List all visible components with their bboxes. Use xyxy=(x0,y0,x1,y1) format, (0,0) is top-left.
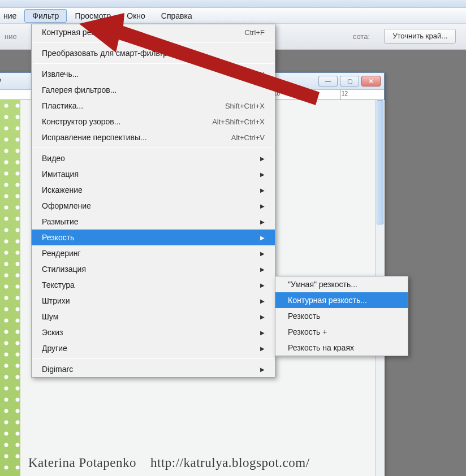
menu-item-label: Другие xyxy=(42,344,67,353)
menu-item[interactable]: Digimarc xyxy=(32,361,275,377)
menu-item[interactable]: Извлечь...Alt+Ctrl+X xyxy=(32,66,275,82)
menubar-item-filter[interactable]: Фильтр xyxy=(24,9,67,23)
menu-separator xyxy=(33,63,274,64)
document-title: 3% (Р xyxy=(0,77,1,85)
menu-item[interactable]: Штрихи xyxy=(32,293,275,309)
scrollbar-thumb[interactable] xyxy=(377,100,383,224)
refine-edge-button[interactable]: Уточнить край... xyxy=(384,29,456,44)
menu-item-label: Искажение xyxy=(42,185,83,194)
menu-item[interactable]: Шум xyxy=(32,309,275,324)
menu-item-label: Конструктор узоров... xyxy=(42,117,120,126)
menu-item[interactable]: Исправление перспективы...Alt+Ctrl+V xyxy=(32,129,275,145)
menu-item-shortcut: Shift+Ctrl+X xyxy=(208,102,265,110)
sharpen-submenu: "Умная" резкость...Контурная резкость...… xyxy=(275,276,408,356)
submenu-item[interactable]: Резкость xyxy=(275,308,408,324)
menu-item[interactable]: Искажение xyxy=(32,182,275,198)
menu-item[interactable]: Оформление xyxy=(32,198,275,214)
menu-item-label: Штрихи xyxy=(42,296,70,305)
menu-item-shortcut: Ctrl+F xyxy=(227,28,265,37)
menu-item-label: Пластика... xyxy=(42,101,83,110)
credit-author: Katerina Potapenko xyxy=(28,456,136,470)
menu-item[interactable]: Размытие xyxy=(32,214,275,230)
menu-item[interactable]: Преобразовать для смарт-фильтров xyxy=(32,45,275,61)
ruler-tick: 11 xyxy=(306,90,314,100)
submenu-item[interactable]: Контурная резкость... xyxy=(275,292,408,308)
menu-item-shortcut: Alt+Shift+Ctrl+X xyxy=(195,118,265,126)
menu-item-label: Рендеринг xyxy=(42,249,81,258)
menu-item-label: Извлечь... xyxy=(42,70,79,79)
image-content xyxy=(0,100,20,476)
menu-separator xyxy=(33,148,274,148)
menu-item[interactable]: Рендеринг xyxy=(32,245,275,261)
minimize-button[interactable]: — xyxy=(318,76,338,86)
menubar: ние Фильтр Просмотр Окно Справка xyxy=(0,8,466,24)
menu-item-label: Шум xyxy=(42,312,58,321)
menu-item[interactable]: Резкость xyxy=(32,230,275,245)
menu-separator xyxy=(33,358,274,359)
menu-item-shortcut: Alt+Ctrl+V xyxy=(214,133,265,142)
menu-item-label: Резкость xyxy=(42,233,74,242)
menu-item-label: Контурная резкость xyxy=(42,28,114,37)
menu-item-label: Эскиз xyxy=(42,328,63,337)
optionbar-height-label: сота: xyxy=(353,32,370,41)
submenu-item[interactable]: Резкость + xyxy=(275,324,408,340)
menu-item-label: Размытие xyxy=(42,217,79,226)
menu-item-label: Digimarc xyxy=(42,365,73,374)
menu-separator xyxy=(33,42,274,43)
menu-item[interactable]: Эскиз xyxy=(32,324,275,340)
menubar-item-view[interactable]: Просмотр xyxy=(67,9,119,23)
menu-item[interactable]: Видео xyxy=(32,150,275,166)
menu-item-label: Галерея фильтров... xyxy=(42,85,116,94)
menu-item[interactable]: Текстура xyxy=(32,277,275,293)
credit-line: Katerina Potapenko http://katrulya.blogs… xyxy=(28,456,310,470)
menu-item-label: Стилизация xyxy=(42,265,86,274)
titlebar-fragment xyxy=(0,0,466,8)
credit-url: http://katrulya.blogspot.com/ xyxy=(150,456,310,470)
menu-item[interactable]: Пластика...Shift+Ctrl+X xyxy=(32,98,275,114)
menu-item[interactable]: Галерея фильтров... xyxy=(32,82,275,98)
menu-item[interactable]: Конструктор узоров...Alt+Shift+Ctrl+X xyxy=(32,114,275,129)
maximize-button[interactable]: ▢ xyxy=(340,76,359,86)
menu-item[interactable]: Другие xyxy=(32,340,275,356)
menu-item-label: Видео xyxy=(42,154,65,163)
menu-item-label: Текстура xyxy=(42,280,75,289)
menu-item-label: Преобразовать для смарт-фильтров xyxy=(42,49,176,58)
submenu-item[interactable]: "Умная" резкость... xyxy=(275,276,408,292)
menu-item-label: Оформление xyxy=(42,201,91,210)
menu-item-label: Имитация xyxy=(42,170,79,179)
menubar-item-window[interactable]: Окно xyxy=(119,9,153,23)
menu-item-shortcut: Alt+Ctrl+X xyxy=(214,70,265,79)
menu-item-label: Исправление перспективы... xyxy=(42,133,147,142)
menu-item[interactable]: Стилизация xyxy=(32,261,275,277)
menubar-item-edit-frag[interactable]: ние xyxy=(0,9,24,23)
menubar-item-help[interactable]: Справка xyxy=(153,9,200,23)
menu-item[interactable]: Контурная резкостьCtrl+F xyxy=(32,24,275,40)
close-button[interactable]: ✕ xyxy=(361,76,381,86)
optionbar-label-frag: ние xyxy=(2,32,17,41)
filter-menu: Контурная резкостьCtrl+FПреобразовать дл… xyxy=(31,24,275,378)
ruler-tick: 12 xyxy=(340,90,348,100)
submenu-item[interactable]: Резкость на краях xyxy=(275,340,408,356)
menu-item[interactable]: Имитация xyxy=(32,166,275,182)
